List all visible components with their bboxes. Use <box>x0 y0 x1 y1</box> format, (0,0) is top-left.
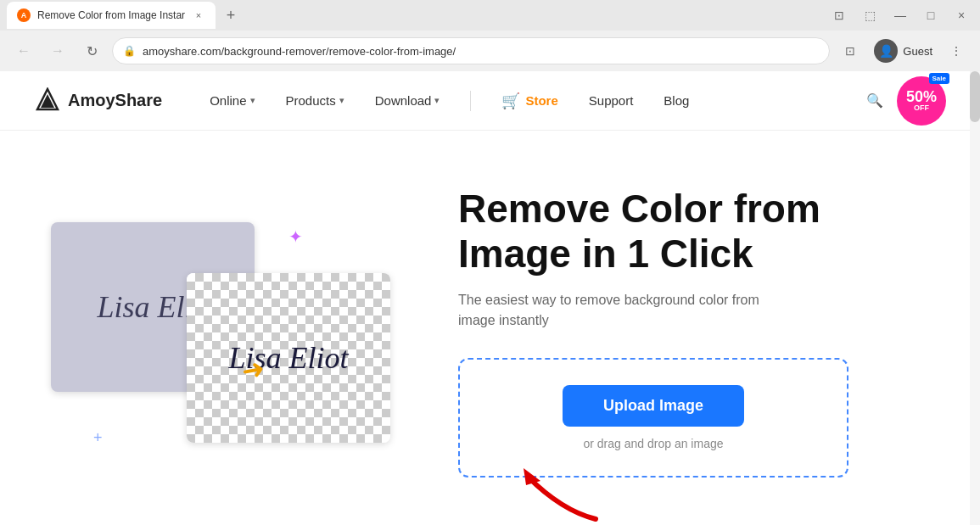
logo[interactable]: AmoyShare <box>34 87 162 114</box>
hero-title-line1: Remove Color from <box>458 187 820 231</box>
nav-store-label: Store <box>525 93 557 108</box>
nav-right: 🔍 Sale 50% OFF <box>860 76 946 126</box>
svg-marker-1 <box>41 94 54 108</box>
lock-icon: 🔒 <box>123 45 136 57</box>
nav-store[interactable]: 🛒 Store <box>488 85 571 117</box>
nav-links: Online ▾ Products ▾ Download ▾ 🛒 Store <box>196 85 860 117</box>
nav-support[interactable]: Support <box>575 87 647 114</box>
logo-icon <box>34 87 61 114</box>
titlebar-cast-icon[interactable]: ⊡ <box>827 3 851 27</box>
hero-section: Lisa Elio Lisa Eliot ➜ ✦ + Remove Color … <box>0 131 980 525</box>
plus-icon: + <box>93 429 103 447</box>
new-tab-button[interactable]: + <box>219 3 243 27</box>
tab-favicon: A <box>17 8 31 22</box>
window-controls: ⊡ ⬚ — □ × <box>827 3 973 27</box>
minimize-button[interactable]: — <box>888 3 912 27</box>
scrollbar-thumb[interactable] <box>970 71 980 122</box>
refresh-button[interactable]: ↻ <box>78 37 105 64</box>
maximize-button[interactable]: □ <box>919 3 943 27</box>
url-bar[interactable]: 🔒 amoyshare.com/background-remover/remov… <box>112 37 830 64</box>
sale-off: OFF <box>914 104 929 112</box>
demo-area: Lisa Elio Lisa Eliot ➜ ✦ + <box>51 205 407 460</box>
search-button[interactable]: 🔍 <box>860 86 890 116</box>
nav-support-label: Support <box>589 93 634 108</box>
svg-marker-2 <box>524 468 540 485</box>
titlebar-screenshot-icon[interactable]: ⬚ <box>858 3 882 27</box>
upload-area[interactable]: Upload Image or drag and drop an image <box>458 358 848 478</box>
nav-products[interactable]: Products ▾ <box>272 87 358 114</box>
browser-actions: ⊡ 👤 Guest ⋮ <box>837 36 970 66</box>
account-label: Guest <box>903 45 932 58</box>
red-arrow-pointer <box>511 460 613 525</box>
nav-divider <box>470 91 471 111</box>
forward-button[interactable]: → <box>44 37 71 64</box>
logo-text: AmoyShare <box>68 91 162 110</box>
upload-button[interactable]: Upload Image <box>563 385 744 427</box>
browser-tab[interactable]: A Remove Color from Image Instar × <box>7 2 216 29</box>
nav-online-label: Online <box>210 93 246 108</box>
tab-title: Remove Color from Image Instar <box>37 9 185 21</box>
page-content: AmoyShare Online ▾ Products ▾ Download ▾… <box>0 71 980 525</box>
after-card: Lisa Eliot <box>187 273 390 443</box>
url-text: amoyshare.com/background-remover/remove-… <box>143 45 819 58</box>
close-button[interactable]: × <box>949 3 973 27</box>
hero-title-line2: Image in 1 Click <box>458 232 753 276</box>
hero-subtitle-text1: The easiest way to remove background col… <box>458 293 759 307</box>
title-bar: A Remove Color from Image Instar × + ⊡ ⬚… <box>0 0 980 31</box>
drag-drop-text: or drag and drop an image <box>584 437 724 450</box>
cast-button[interactable]: ⊡ <box>837 37 864 64</box>
hero-subtitle: The easiest way to remove background col… <box>458 290 848 331</box>
address-bar: ← → ↻ 🔒 amoyshare.com/background-remover… <box>0 31 980 71</box>
account-icon: 👤 <box>874 39 898 63</box>
sale-percent: 50% <box>906 89 937 104</box>
nav-download-label: Download <box>375 93 432 108</box>
hero-title: Remove Color from Image in 1 Click <box>458 187 929 276</box>
nav-blog-label: Blog <box>664 93 689 108</box>
nav-blog[interactable]: Blog <box>650 87 703 114</box>
red-arrow-svg <box>511 460 613 525</box>
upload-button-label: Upload Image <box>603 397 703 415</box>
tab-close-button[interactable]: × <box>192 8 205 22</box>
nav-products-chevron: ▾ <box>339 95 344 106</box>
nav-online-chevron: ▾ <box>250 95 255 106</box>
nav-download[interactable]: Download ▾ <box>361 87 454 114</box>
nav-online[interactable]: Online ▾ <box>196 87 268 114</box>
sale-badge[interactable]: Sale 50% OFF <box>897 76 946 126</box>
hero-content: Remove Color from Image in 1 Click The e… <box>458 187 929 478</box>
back-button[interactable]: ← <box>10 37 37 64</box>
sale-label: Sale <box>929 73 949 84</box>
cart-icon: 🛒 <box>501 92 520 110</box>
account-button[interactable]: 👤 Guest <box>867 36 939 66</box>
sparkle-icon: ✦ <box>288 226 303 247</box>
hero-subtitle-text2: image instantly <box>458 313 549 327</box>
nav-download-chevron: ▾ <box>434 95 440 106</box>
browser-frame: A Remove Color from Image Instar × + ⊡ ⬚… <box>0 0 980 525</box>
navbar: AmoyShare Online ▾ Products ▾ Download ▾… <box>0 71 980 131</box>
menu-button[interactable]: ⋮ <box>943 37 970 64</box>
nav-products-label: Products <box>286 93 336 108</box>
scrollbar[interactable] <box>970 71 980 525</box>
